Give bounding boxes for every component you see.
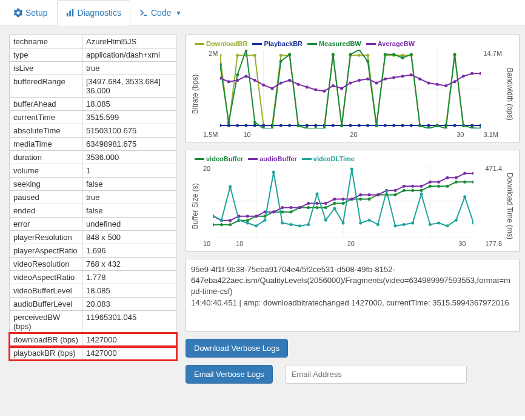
y-ticks-left: 20 10 — [201, 165, 213, 247]
prop-value: 1 — [82, 164, 176, 178]
svg-point-73 — [227, 121, 230, 124]
svg-point-118 — [349, 81, 352, 84]
svg-point-113 — [306, 85, 309, 88]
svg-point-166 — [437, 185, 440, 188]
svg-point-140 — [213, 223, 215, 226]
svg-point-224 — [403, 223, 406, 226]
legend-swatch — [195, 43, 204, 45]
svg-point-97 — [436, 124, 439, 127]
prop-key: playerAspectRatio — [10, 244, 82, 258]
prop-key: paused — [10, 191, 82, 204]
legend-label: videoDLTime — [313, 155, 355, 162]
tab-code[interactable]: Code ▼ — [130, 0, 190, 25]
prop-key: techname — [10, 35, 82, 48]
prop-value: 20.083 — [82, 298, 176, 311]
svg-rect-2 — [72, 9, 73, 16]
tab-diagnostics[interactable]: Diagnostics — [57, 0, 130, 25]
y-ticks-right: 471.4 177.6 — [483, 165, 505, 247]
svg-point-157 — [359, 198, 362, 201]
legend-swatch — [366, 43, 376, 45]
svg-point-152 — [316, 206, 319, 209]
table-row: downloadBR (bps)1427000 — [10, 333, 176, 347]
tab-label: Code — [151, 8, 171, 18]
prop-key: audioBufferLevel — [10, 298, 82, 311]
svg-point-109 — [271, 87, 274, 90]
properties-column: technameAzureHtml5JStypeapplication/dash… — [9, 35, 176, 407]
svg-point-61 — [393, 124, 396, 127]
prop-key: videoBufferLevel — [10, 284, 82, 298]
prop-key: videoResolution — [10, 258, 82, 271]
prop-key: ended — [10, 204, 82, 218]
download-logs-button[interactable]: Download Verbose Logs — [186, 339, 288, 358]
svg-point-92 — [393, 53, 396, 56]
svg-point-199 — [455, 176, 458, 179]
svg-point-96 — [427, 127, 430, 129]
prop-value: false — [82, 204, 176, 218]
diagnostics-panel: technameAzureHtml5JStypeapplication/dash… — [0, 25, 525, 416]
prop-value: 51503100.675 — [82, 124, 176, 138]
svg-point-52 — [315, 124, 318, 127]
prop-value: 3536.000 — [82, 151, 176, 164]
svg-point-110 — [279, 81, 283, 84]
table-row: playbackBR (bps)1427000 — [10, 347, 176, 360]
svg-point-114 — [315, 88, 318, 92]
bitrate-chart: DownloadBRPlaybackBRMeasuredBWAverageBW … — [186, 35, 520, 142]
table-row: videoResolution768 x 432 — [10, 258, 176, 271]
gear-icon — [14, 8, 22, 17]
table-row: videoAspectRatio1.778 — [10, 271, 176, 284]
table-row: playerAspectRatio1.696 — [10, 244, 176, 258]
svg-point-12 — [236, 54, 239, 57]
svg-point-220 — [368, 219, 371, 222]
svg-point-71 — [480, 124, 481, 127]
svg-point-209 — [272, 171, 275, 174]
table-row: playerResolution848 x 500 — [10, 231, 176, 244]
svg-point-125 — [410, 73, 413, 76]
svg-point-26 — [358, 54, 361, 57]
svg-point-192 — [394, 189, 397, 192]
svg-point-223 — [394, 224, 397, 227]
prop-value: true — [82, 62, 176, 75]
table-row: volume1 — [10, 164, 176, 178]
svg-point-108 — [262, 84, 266, 87]
svg-point-162 — [403, 189, 406, 192]
svg-point-14 — [253, 54, 256, 57]
svg-point-56 — [349, 124, 352, 127]
svg-point-168 — [455, 181, 458, 184]
svg-point-206 — [246, 222, 249, 225]
prop-key: videoAspectRatio — [10, 271, 82, 284]
svg-point-121 — [375, 81, 378, 84]
prop-key: perceivedBW (bps) — [10, 311, 82, 333]
svg-point-181 — [298, 206, 301, 209]
svg-point-208 — [264, 219, 267, 222]
prop-key: playerResolution — [10, 231, 82, 244]
svg-point-129 — [445, 84, 448, 87]
prop-key: currentTime — [10, 111, 82, 124]
svg-point-229 — [446, 224, 449, 227]
svg-point-228 — [437, 222, 440, 225]
prop-value: 63498981.675 — [82, 138, 176, 151]
y-ticks-right: 14.7M 3.1M — [481, 50, 504, 138]
svg-point-193 — [403, 185, 406, 188]
svg-point-158 — [368, 198, 371, 201]
legend-label: audioBuffer — [259, 155, 297, 162]
legend-swatch — [252, 43, 262, 45]
table-row: videoBufferLevel18.085 — [10, 284, 176, 298]
svg-point-164 — [420, 189, 423, 192]
prop-key: error — [10, 218, 82, 231]
email-logs-button[interactable]: Email Verbose Logs — [186, 365, 273, 384]
table-row: duration3536.000 — [10, 151, 176, 164]
log-output[interactable] — [186, 259, 520, 332]
prop-key: isLive — [10, 62, 82, 75]
prop-key: playbackBR (bps) — [10, 347, 82, 360]
tab-setup[interactable]: Setup — [5, 0, 57, 25]
email-field[interactable] — [285, 365, 467, 384]
table-row: endedfalse — [10, 204, 176, 218]
svg-point-86 — [341, 124, 344, 127]
prop-key: absoluteTime — [10, 124, 82, 138]
prop-key: volume — [10, 164, 82, 178]
svg-point-173 — [229, 219, 232, 222]
terminal-icon — [139, 8, 148, 17]
svg-point-189 — [368, 193, 371, 196]
svg-point-126 — [419, 78, 422, 81]
svg-point-176 — [255, 215, 258, 218]
